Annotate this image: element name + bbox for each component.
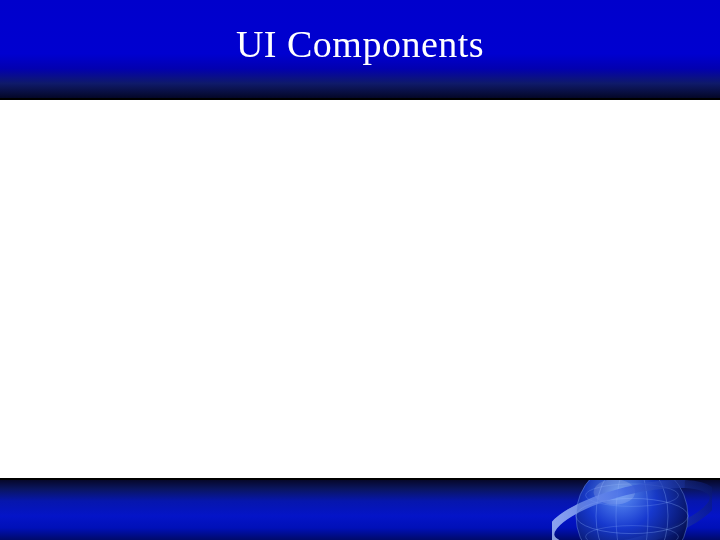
svg-point-8 (594, 479, 636, 505)
svg-point-7 (586, 526, 679, 540)
svg-point-3 (596, 478, 668, 540)
svg-point-9 (552, 478, 712, 540)
slide: UI Components (0, 0, 720, 540)
svg-point-2 (576, 478, 688, 540)
svg-point-5 (576, 498, 688, 533)
slide-header: UI Components (0, 0, 720, 100)
svg-point-6 (586, 484, 679, 506)
slide-footer (0, 478, 720, 540)
slide-title: UI Components (230, 22, 490, 66)
svg-point-4 (616, 478, 648, 540)
globe-icon (552, 478, 712, 540)
svg-point-0 (552, 478, 712, 540)
svg-point-1 (576, 478, 688, 540)
